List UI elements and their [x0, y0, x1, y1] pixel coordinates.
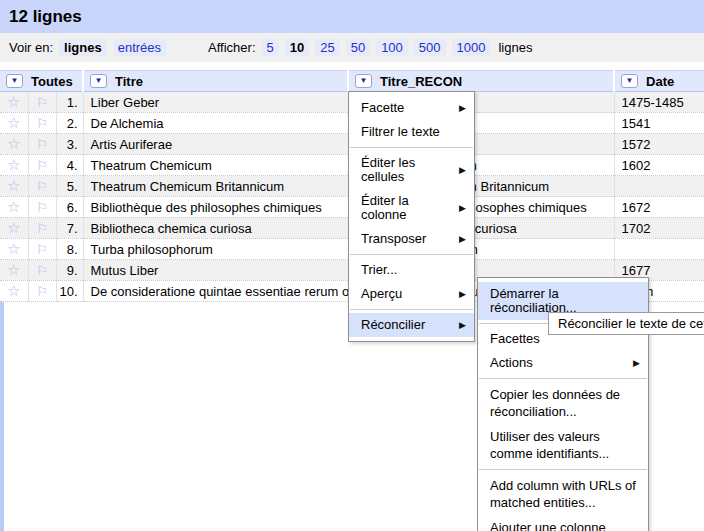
page-size-10-selected[interactable]: 10	[285, 39, 309, 56]
menu-item-facet[interactable]: Facette ▶	[349, 96, 474, 120]
row-index: 2.	[56, 113, 83, 134]
submenu-item-add-url-column[interactable]: Add column with URLs of matched entities…	[478, 473, 648, 515]
column-label-titre: Titre	[115, 74, 143, 89]
cell-titre[interactable]: Bibliothèque des philosophes chimiques	[83, 197, 348, 218]
column-header-titre: ▼ Titre	[83, 71, 348, 92]
row-index: 9.	[56, 260, 83, 281]
star-icon[interactable]: ☆	[0, 155, 28, 176]
dropdown-triangle-icon: ▼	[626, 77, 634, 85]
submenu-item-add-entity-id-column[interactable]: Ajouter une colonne d'identifiants d'ent…	[478, 515, 648, 531]
flag-icon[interactable]: ⚐	[28, 92, 56, 113]
row-count-title: 12 lignes	[9, 7, 82, 27]
dropdown-triangle-icon: ▼	[95, 77, 103, 85]
page-size-100-link[interactable]: 100	[376, 39, 408, 56]
cell-date[interactable]: 1702	[614, 218, 704, 239]
row-index: 10.	[56, 281, 83, 302]
menu-divider	[350, 254, 473, 255]
date-column-dropdown-button[interactable]: ▼	[621, 74, 638, 88]
page-size-1000-link[interactable]: 1000	[452, 39, 491, 56]
column-label-titre-recon: Titre_RECON	[380, 74, 462, 89]
submenu-item-copy-reconciliation-data[interactable]: Copier les données de réconciliation...	[478, 382, 648, 424]
menu-item-sort[interactable]: Trier...	[349, 258, 474, 282]
star-icon[interactable]: ☆	[0, 239, 28, 260]
cell-titre[interactable]: Liber Geber	[83, 92, 348, 113]
column-header-all: ▼ Toutes	[0, 71, 83, 92]
submenu-arrow-icon: ▶	[459, 232, 466, 246]
page-size-25-link[interactable]: 25	[315, 39, 339, 56]
flag-icon[interactable]: ⚐	[28, 176, 56, 197]
flag-icon[interactable]: ⚐	[28, 281, 56, 302]
menu-item-text-filter[interactable]: Filtrer le texte	[349, 120, 474, 144]
menu-item-edit-column[interactable]: Éditer la colonne ▶	[349, 189, 474, 227]
page-size-500-link[interactable]: 500	[414, 39, 446, 56]
dropdown-triangle-icon: ▼	[360, 77, 368, 85]
column-label-all: Toutes	[31, 74, 73, 89]
submenu-arrow-icon: ▶	[459, 318, 466, 332]
submenu-arrow-icon: ▶	[459, 163, 466, 177]
cell-titre[interactable]: Turba philosophorum	[83, 239, 348, 260]
view-toolbar: Voir en: lignes entrées Afficher: 5 10 2…	[0, 33, 704, 62]
star-icon[interactable]: ☆	[0, 176, 28, 197]
reconcile-tooltip: Réconcilier le texte de cette	[548, 312, 704, 335]
flag-icon[interactable]: ⚐	[28, 134, 56, 155]
dropdown-triangle-icon: ▼	[11, 77, 19, 85]
titre-recon-column-dropdown-button[interactable]: ▼	[355, 74, 372, 88]
cell-date[interactable]	[614, 239, 704, 260]
menu-item-transpose[interactable]: Transposer ▶	[349, 227, 474, 251]
cell-date[interactable]: 1672	[614, 197, 704, 218]
left-panel-edge	[0, 302, 4, 531]
cell-date[interactable]: 1475-1485	[614, 92, 704, 113]
star-icon[interactable]: ☆	[0, 92, 28, 113]
row-index: 3.	[56, 134, 83, 155]
show-label: Afficher:	[208, 40, 255, 55]
flag-icon[interactable]: ⚐	[28, 155, 56, 176]
view-mode-rows[interactable]: lignes	[59, 39, 107, 56]
column-header-date: ▼ Date	[614, 71, 704, 92]
rows-suffix-label: lignes	[498, 40, 532, 55]
star-icon[interactable]: ☆	[0, 260, 28, 281]
flag-icon[interactable]: ⚐	[28, 239, 56, 260]
star-icon[interactable]: ☆	[0, 134, 28, 155]
titre-column-dropdown-button[interactable]: ▼	[90, 74, 107, 88]
menu-item-reconcile[interactable]: Réconcilier ▶	[349, 313, 474, 337]
submenu-arrow-icon: ▶	[459, 201, 466, 215]
cell-titre[interactable]: De Alchemia	[83, 113, 348, 134]
menu-divider	[350, 309, 473, 310]
cell-titre[interactable]: Mutus Liber	[83, 260, 348, 281]
menu-item-view[interactable]: Aperçu ▶	[349, 282, 474, 306]
row-index: 4.	[56, 155, 83, 176]
cell-date[interactable]	[614, 176, 704, 197]
cell-date[interactable]: 1572	[614, 134, 704, 155]
menu-item-edit-cells[interactable]: Éditer les cellules ▶	[349, 151, 474, 189]
view-mode-records-link[interactable]: entrées	[113, 39, 166, 56]
submenu-item-use-values-as-identifiers[interactable]: Utiliser des valeurs comme identifiants.…	[478, 424, 648, 466]
cell-titre[interactable]: Artis Auriferae	[83, 134, 348, 155]
flag-icon[interactable]: ⚐	[28, 197, 56, 218]
page-size-5-link[interactable]: 5	[262, 39, 279, 56]
cell-titre[interactable]: Bibliotheca chemica curiosa	[83, 218, 348, 239]
row-index: 1.	[56, 92, 83, 113]
cell-titre[interactable]: Theatrum Chemicum Britannicum	[83, 176, 348, 197]
column-context-menu: Facette ▶ Filtrer le texte Éditer les ce…	[348, 91, 475, 342]
cell-titre[interactable]: Theatrum Chemicum	[83, 155, 348, 176]
flag-icon[interactable]: ⚐	[28, 113, 56, 134]
menu-divider	[479, 378, 647, 379]
all-column-dropdown-button[interactable]: ▼	[6, 74, 23, 88]
flag-icon[interactable]: ⚐	[28, 218, 56, 239]
row-index: 6.	[56, 197, 83, 218]
cell-date[interactable]: 1541	[614, 113, 704, 134]
star-icon[interactable]: ☆	[0, 197, 28, 218]
row-index: 7.	[56, 218, 83, 239]
star-icon[interactable]: ☆	[0, 281, 28, 302]
openrefine-grid-view: 12 lignes Voir en: lignes entrées Affich…	[0, 0, 704, 531]
view-as-label: Voir en:	[9, 40, 53, 55]
star-icon[interactable]: ☆	[0, 218, 28, 239]
star-icon[interactable]: ☆	[0, 113, 28, 134]
cell-titre[interactable]: De consideratione quintae essentiae reru…	[83, 281, 348, 302]
flag-icon[interactable]: ⚐	[28, 260, 56, 281]
submenu-item-actions[interactable]: Actions ▶	[478, 351, 648, 375]
cell-date[interactable]: 1602	[614, 155, 704, 176]
submenu-arrow-icon: ▶	[633, 356, 640, 370]
submenu-arrow-icon: ▶	[459, 287, 466, 301]
page-size-50-link[interactable]: 50	[346, 39, 370, 56]
